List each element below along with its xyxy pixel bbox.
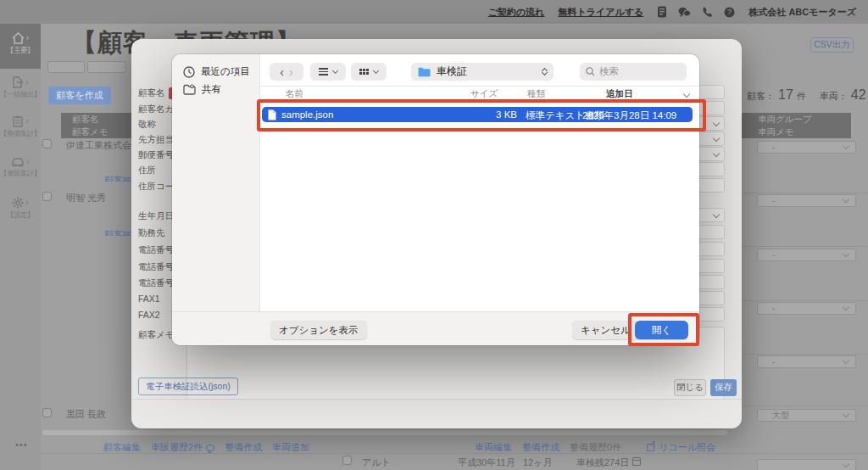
phone-icon[interactable] bbox=[702, 7, 713, 18]
row-links-clipped[interactable]: 顧客編集 bbox=[104, 226, 131, 236]
chevron-down-icon bbox=[843, 304, 849, 311]
row-divider bbox=[742, 300, 868, 301]
create-customer-button[interactable]: 顧客を作成 bbox=[48, 87, 111, 104]
chevron-right-icon: › bbox=[26, 158, 29, 166]
close-button[interactable]: 閉じる bbox=[674, 379, 706, 396]
nav-buttons: ‹ › bbox=[270, 63, 303, 81]
recall-lookup-link[interactable]: リコール照会 bbox=[647, 441, 715, 454]
column-customer-memo[interactable]: 顧客メモ bbox=[72, 126, 137, 138]
chevron-right-icon: › bbox=[25, 78, 28, 87]
vehicle-group-select[interactable]: - bbox=[757, 302, 856, 315]
list-view-icon bbox=[319, 68, 328, 76]
row-checkbox[interactable] bbox=[42, 192, 52, 201]
more-actions-ellipsis[interactable]: ••• bbox=[15, 439, 28, 450]
vehicle-edit-link[interactable]: 車両編集 bbox=[475, 441, 512, 454]
maintenance-history-label: 整備履歴0件 bbox=[570, 441, 621, 454]
customer-edit-link[interactable]: 顧客編集 bbox=[103, 441, 141, 454]
folder-icon bbox=[418, 67, 431, 77]
column-vehicle-memo[interactable]: 車両メモ bbox=[758, 126, 851, 138]
customer-row-name[interactable]: 明智 光秀 bbox=[66, 192, 106, 204]
sidebar-item-recents[interactable]: 最近の項目 bbox=[183, 65, 250, 78]
column-customer-name[interactable]: 顧客名 bbox=[72, 113, 137, 126]
column-date-added[interactable]: 追加日 bbox=[606, 88, 633, 100]
column-vehicle-group[interactable]: 車両グループ bbox=[758, 113, 851, 126]
vehicle-group-select[interactable]: - bbox=[757, 141, 856, 154]
record-counts: 顧客：17件 車両：42件 bbox=[747, 87, 868, 103]
list-view-button[interactable] bbox=[310, 63, 346, 81]
vehicle-count-label: 車両： bbox=[820, 90, 848, 103]
folder-dropdown[interactable]: 車検証 bbox=[411, 63, 554, 81]
row-checkbox[interactable] bbox=[42, 139, 52, 148]
calendar-icon[interactable] bbox=[632, 457, 641, 466]
horizontal-scrollbar[interactable] bbox=[42, 430, 727, 435]
invoice-icon[interactable] bbox=[657, 6, 667, 18]
field-label: 顧客メモ bbox=[138, 329, 175, 341]
show-options-button[interactable]: オプションを表示 bbox=[270, 321, 367, 339]
vehicle-type-select[interactable]: 大型 bbox=[757, 409, 856, 422]
forward-icon[interactable]: › bbox=[289, 68, 293, 76]
free-trial-link[interactable]: 無料トライアルする bbox=[559, 6, 644, 19]
search-icon bbox=[586, 67, 595, 76]
chevron-down-icon bbox=[843, 196, 849, 203]
filter-input-1[interactable] bbox=[47, 61, 85, 73]
sidebar-item-label: 共有 bbox=[202, 83, 221, 96]
sidebar-item-batch-export[interactable]: › 【一括抽出】 bbox=[0, 76, 41, 100]
field-label: 生年月日 bbox=[138, 210, 174, 222]
vehicle-group-select[interactable]: - bbox=[757, 249, 856, 261]
sidebar-item-maintenance-summary[interactable]: › 【整備集計】 bbox=[0, 115, 41, 139]
chevron-down-icon bbox=[843, 357, 849, 364]
sidebar-item-settings[interactable]: › 【設定】 bbox=[0, 197, 41, 221]
maintenance-create-link[interactable]: 整備作成 bbox=[225, 441, 262, 454]
chevron-down-icon bbox=[843, 143, 849, 149]
sidebar-item-sales-summary[interactable]: › 【車販集計】 bbox=[0, 156, 41, 179]
chat-icon[interactable] bbox=[678, 7, 691, 18]
customer-count: 17 bbox=[778, 87, 793, 103]
field-label: 住所 bbox=[138, 165, 156, 176]
modal-footer: 電子車検証読込(json) 閉じる 保存 bbox=[131, 399, 742, 428]
back-icon[interactable]: ‹ bbox=[280, 68, 284, 76]
vehicle-group-select[interactable]: - bbox=[757, 194, 856, 207]
chevron-down-icon bbox=[713, 120, 720, 126]
vehicle-count: 42 bbox=[851, 87, 866, 103]
row-links-clipped[interactable]: 顧客編集 bbox=[104, 171, 131, 182]
sales-history-link[interactable]: 車販履歴2件 bbox=[151, 441, 214, 454]
row-checkbox[interactable] bbox=[42, 408, 52, 417]
sidebar-item-shared[interactable]: 共有 bbox=[183, 83, 221, 96]
clipboard-icon bbox=[12, 115, 24, 127]
dialog-sidebar: 最近の項目 共有 bbox=[172, 54, 260, 345]
sidebar-item-main[interactable]: › 【主要】 bbox=[0, 32, 41, 56]
help-icon[interactable]: ? bbox=[724, 7, 735, 18]
car-icon bbox=[11, 156, 25, 167]
save-button[interactable]: 保存 bbox=[710, 379, 737, 396]
contract-flow-link[interactable]: ご契約の流れ bbox=[488, 6, 545, 19]
csv-export-button[interactable]: CSV出力 bbox=[810, 37, 854, 53]
shared-folder-icon bbox=[183, 84, 196, 95]
customer-row-name[interactable]: 黒田 長政 bbox=[66, 408, 106, 421]
document-export-icon bbox=[12, 76, 24, 88]
chevron-right-icon: › bbox=[25, 199, 28, 207]
inspection-term: 12ヶ月 bbox=[523, 456, 553, 469]
maintenance-create-link[interactable]: 整備作成 bbox=[522, 441, 559, 454]
vehicle-group-select[interactable] bbox=[757, 459, 856, 470]
customer-count-label: 顧客： bbox=[747, 90, 775, 103]
column-name[interactable]: 名前 bbox=[286, 88, 303, 100]
sidebar-item-label: 【主要】 bbox=[0, 46, 41, 56]
search-input[interactable]: 検索 bbox=[580, 63, 687, 81]
first-registration: 平成30年11月 bbox=[458, 456, 515, 469]
vehicle-group-select[interactable]: - bbox=[757, 355, 856, 368]
sort-chevron-icon[interactable] bbox=[683, 91, 690, 98]
home-icon bbox=[12, 32, 25, 44]
gallery-view-button[interactable] bbox=[351, 63, 387, 81]
column-kind[interactable]: 種類 bbox=[527, 88, 545, 100]
filter-input-2[interactable] bbox=[87, 61, 126, 73]
chevron-down-icon bbox=[843, 250, 849, 257]
vehicle-add-link[interactable]: 車両追加 bbox=[272, 441, 309, 454]
sidebar-item-label: 【車販集計】 bbox=[0, 169, 41, 179]
customer-row-name[interactable]: 伊達工業株式会社 bbox=[66, 139, 141, 152]
import-shaken-json-button[interactable]: 電子車検証読込(json) bbox=[138, 378, 238, 395]
svg-text:?: ? bbox=[727, 8, 732, 16]
chevron-down-icon bbox=[332, 68, 338, 74]
column-size[interactable]: サイズ bbox=[470, 88, 498, 100]
row-checkbox[interactable] bbox=[342, 456, 352, 465]
field-label: FAX1 bbox=[138, 294, 160, 304]
